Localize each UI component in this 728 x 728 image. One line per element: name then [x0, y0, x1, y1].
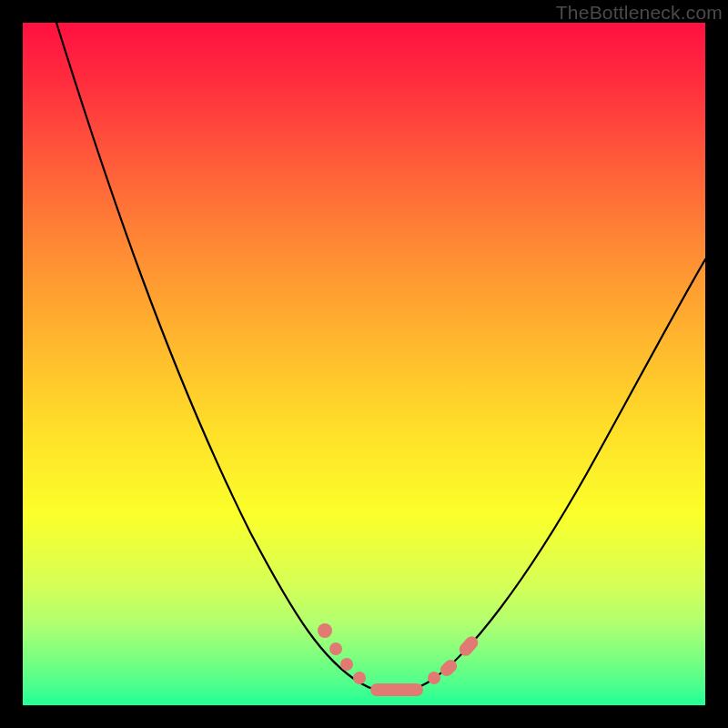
plot-area: [23, 23, 705, 705]
bottleneck-curve: [56, 23, 705, 693]
marker-dot: [318, 623, 332, 638]
marker-dot: [329, 642, 342, 655]
curve-layer: [23, 23, 705, 705]
marker-dot: [340, 658, 353, 671]
chart-frame: TheBottleneck.com: [0, 0, 728, 728]
marker-dot: [428, 672, 440, 684]
valley-band: [370, 683, 423, 696]
watermark-text: TheBottleneck.com: [556, 2, 723, 24]
marker-dot: [353, 672, 366, 684]
